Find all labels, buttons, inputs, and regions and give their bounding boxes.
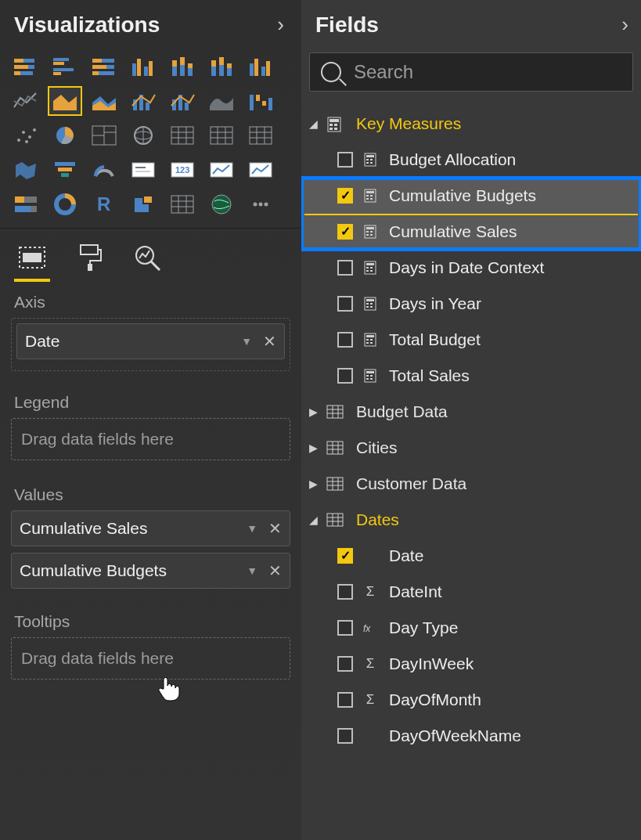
remove-icon[interactable]: ✕	[268, 519, 282, 538]
viz-icon-ribbon[interactable]	[205, 87, 238, 115]
checkbox[interactable]	[337, 188, 353, 204]
viz-icon-pie[interactable]	[49, 121, 81, 150]
values-well[interactable]: Cumulative Sales ▼ ✕ Cumulative Budgets …	[0, 510, 301, 595]
viz-icon-stacked-column[interactable]	[166, 52, 199, 81]
field-total-budget[interactable]: Total Budget	[301, 322, 641, 358]
collapse-viz-icon[interactable]: ›	[274, 11, 287, 38]
viz-icon-card[interactable]	[127, 156, 160, 184]
viz-icon-clustered-column[interactable]	[127, 52, 160, 81]
collapse-fields-icon[interactable]: ›	[618, 11, 632, 38]
search-input[interactable]	[354, 61, 621, 83]
values-field-cumulative-sales[interactable]: Cumulative Sales ▼ ✕	[11, 510, 290, 546]
checkbox[interactable]	[337, 260, 353, 276]
viz-icon-stacked-bar[interactable]	[9, 52, 42, 81]
field-label: Cumulative Sales	[389, 222, 517, 241]
tree-group-dates[interactable]: ◢Dates	[301, 502, 641, 538]
calc-icon	[326, 117, 344, 131]
viz-icon-line[interactable]	[9, 87, 42, 115]
checkbox[interactable]	[337, 224, 353, 240]
field-days-in-year[interactable]: Days in Year	[301, 286, 641, 322]
tree-group-budget-data[interactable]: ▶Budget Data	[301, 394, 641, 430]
viz-icon-r-visual[interactable]: R	[88, 190, 121, 218]
tree-group-key-measures[interactable]: ◢Key Measures	[301, 106, 641, 142]
svg-rect-16	[132, 63, 136, 76]
fields-tree: ◢Key MeasuresBudget AllocationCumulative…	[301, 106, 641, 840]
viz-icon-donut-globe[interactable]	[127, 121, 160, 150]
viz-icon-gauge[interactable]	[88, 156, 121, 184]
legend-well[interactable]: Drag data fields here	[11, 418, 290, 460]
tree-group-customer-data[interactable]: ▶Customer Data	[301, 466, 641, 502]
viz-icon-clustered-column-2[interactable]	[244, 52, 277, 81]
tooltips-well[interactable]: Drag data fields here	[11, 637, 290, 680]
viz-icon-shape-map[interactable]	[127, 190, 160, 218]
viz-icon-more[interactable]	[244, 190, 277, 218]
axis-well[interactable]: Date ▼ ✕	[11, 318, 290, 371]
field-dayinweek[interactable]: ΣDayInWeek	[301, 646, 641, 682]
values-field-cumulative-budgets[interactable]: Cumulative Budgets ▼ ✕	[11, 553, 290, 589]
expand-icon[interactable]: ▶	[308, 478, 319, 490]
remove-icon[interactable]: ✕	[263, 332, 276, 351]
dropdown-icon[interactable]: ▼	[247, 564, 257, 577]
viz-icon-matrix[interactable]	[166, 121, 199, 150]
checkbox[interactable]	[337, 656, 353, 672]
viz-icon-line-clustered[interactable]	[127, 87, 160, 115]
field-cumulative-sales[interactable]: Cumulative Sales	[301, 214, 641, 250]
field-budget-allocation[interactable]: Budget Allocation	[301, 142, 641, 178]
fields-tab[interactable]	[14, 240, 50, 276]
checkbox[interactable]	[337, 584, 353, 600]
collapse-icon[interactable]: ◢	[308, 117, 319, 130]
viz-icon-multi-card[interactable]: 123	[166, 156, 199, 184]
field-total-sales[interactable]: Total Sales	[301, 358, 641, 394]
search-box[interactable]	[309, 52, 633, 92]
svg-rect-85	[211, 163, 232, 177]
viz-icon-funnel[interactable]	[49, 156, 81, 184]
viz-icon-table[interactable]	[205, 121, 238, 150]
viz-icon-clustered-bar[interactable]	[49, 52, 81, 81]
tree-group-cities[interactable]: ▶Cities	[301, 430, 641, 466]
checkbox[interactable]	[337, 368, 353, 384]
checkbox[interactable]	[337, 152, 353, 168]
viz-icon-kpi[interactable]	[205, 156, 238, 184]
viz-icon-stacked-column-100[interactable]	[205, 52, 238, 81]
collapse-icon[interactable]: ◢	[308, 514, 319, 526]
checkbox[interactable]	[337, 692, 353, 708]
field-cumulative-budgets[interactable]: Cumulative Budgets	[301, 178, 641, 214]
analytics-tab[interactable]	[130, 240, 166, 276]
field-days-in-date-context[interactable]: Days in Date Context	[301, 250, 641, 286]
viz-icon-area[interactable]	[49, 87, 81, 115]
field-date[interactable]: Date	[301, 538, 641, 574]
checkbox[interactable]	[337, 332, 353, 348]
viz-icon-filled-map[interactable]	[9, 156, 42, 184]
expand-icon[interactable]: ▶	[308, 442, 319, 454]
remove-icon[interactable]: ✕	[268, 561, 282, 580]
checkbox[interactable]	[337, 728, 353, 744]
viz-icon-arcgis[interactable]	[205, 190, 238, 218]
field-label: Total Budget	[389, 330, 481, 349]
axis-field-date[interactable]: Date ▼ ✕	[16, 323, 285, 359]
svg-rect-72	[250, 127, 272, 144]
expand-icon[interactable]: ▶	[308, 406, 319, 418]
viz-icon-table-3[interactable]	[166, 190, 199, 218]
svg-rect-27	[211, 60, 216, 67]
viz-icon-donut[interactable]	[49, 190, 81, 218]
checkbox[interactable]	[337, 296, 353, 312]
checkbox[interactable]	[337, 620, 353, 636]
viz-icon-table-2[interactable]	[244, 121, 277, 150]
viz-icon-scatter[interactable]	[9, 121, 42, 150]
svg-rect-114	[330, 128, 333, 130]
checkbox[interactable]	[337, 548, 353, 564]
dropdown-icon[interactable]: ▼	[247, 522, 257, 535]
viz-icon-waterfall[interactable]	[244, 87, 277, 115]
viz-icon-stacked-bar-100[interactable]	[88, 52, 121, 81]
viz-icon-stacked-area[interactable]	[88, 87, 121, 115]
viz-icon-slicer[interactable]	[9, 190, 42, 218]
field-dayofweekname[interactable]: DayOfWeekName	[301, 718, 641, 754]
viz-icon-treemap[interactable]	[88, 121, 121, 150]
format-tab[interactable]	[72, 240, 108, 276]
viz-icon-kpi-2[interactable]	[244, 156, 277, 184]
field-day-type[interactable]: fxDay Type	[301, 610, 641, 646]
field-dayofmonth[interactable]: ΣDayOfMonth	[301, 682, 641, 718]
dropdown-icon[interactable]: ▼	[241, 335, 252, 348]
viz-icon-line-stacked[interactable]	[166, 87, 199, 115]
field-dateint[interactable]: ΣDateInt	[301, 574, 641, 610]
